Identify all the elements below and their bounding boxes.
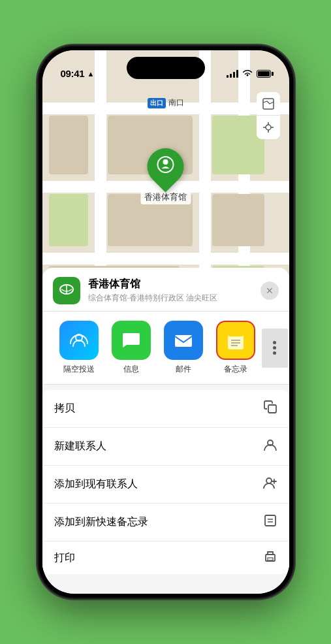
svg-rect-12 (175, 335, 192, 347)
signal-bar-2 (230, 74, 232, 78)
dot (273, 346, 276, 349)
map-block (212, 194, 264, 246)
battery-icon (257, 70, 271, 78)
share-row: 隔空投送 信息 (42, 312, 289, 385)
status-icons (227, 69, 271, 79)
airdrop-label: 隔空投送 (63, 364, 95, 375)
copy-label: 拷贝 (54, 402, 75, 415)
close-icon: ✕ (266, 285, 274, 296)
signal-bar-1 (227, 75, 229, 78)
dots-icon (273, 341, 276, 355)
svg-rect-2 (164, 166, 168, 167)
action-copy[interactable]: 拷贝 (42, 390, 289, 428)
map-type-button[interactable] (257, 92, 280, 116)
map-block (49, 116, 88, 174)
bottom-sheet: 香港体育馆 综合体育馆·香港特别行政区 油尖旺区 ✕ (42, 268, 289, 594)
location-pin: 香港体育馆 (140, 148, 191, 204)
new-contact-label: 新建联系人 (54, 440, 106, 453)
wifi-icon (242, 69, 253, 79)
phone-frame: 09:41 ▲ (39, 46, 293, 598)
quick-note-label: 添加到新快速备忘录 (54, 515, 148, 529)
venue-icon (53, 277, 80, 304)
sheet-subtitle: 综合体育馆·香港特别行政区 油尖旺区 (88, 293, 260, 304)
sheet-title: 香港体育馆 (88, 278, 260, 291)
signal-bar-4 (236, 70, 238, 78)
dot (273, 351, 276, 355)
share-notes[interactable]: 备忘录 (210, 321, 262, 375)
map-controls (257, 92, 280, 139)
nankou-text: 南口 (168, 97, 184, 108)
notes-icon (216, 321, 255, 360)
svg-point-4 (266, 125, 271, 130)
map-nankou-label: 出口 南口 (148, 97, 184, 108)
action-new-contact[interactable]: 新建联系人 (42, 428, 289, 466)
svg-rect-27 (268, 558, 273, 560)
signal-bars (227, 70, 238, 78)
pin-circle (140, 140, 191, 192)
share-messages[interactable]: 信息 (105, 321, 157, 375)
action-add-contact[interactable]: 添加到现有联系人 (42, 466, 289, 504)
action-print[interactable]: 打印 (42, 541, 289, 574)
copy-icon (263, 400, 277, 417)
mail-label: 邮件 (176, 364, 191, 375)
svg-rect-3 (263, 99, 274, 109)
dot (273, 341, 276, 344)
action-list: 拷贝 新建联系人 (42, 390, 289, 574)
share-airdrop[interactable]: 隔空投送 (53, 321, 105, 375)
close-button[interactable]: ✕ (260, 282, 279, 300)
sheet-header: 香港体育馆 综合体育馆·香港特别行政区 油尖旺区 ✕ (42, 268, 289, 312)
nankou-badge: 出口 (148, 98, 166, 108)
notes-label: 备忘录 (224, 364, 247, 375)
person-icon (263, 438, 277, 455)
add-contact-label: 添加到现有联系人 (54, 477, 138, 491)
svg-point-1 (163, 159, 168, 165)
svg-rect-18 (268, 405, 276, 413)
print-icon (263, 549, 277, 567)
svg-rect-23 (265, 515, 276, 526)
dynamic-island (127, 57, 205, 79)
person-add-icon (263, 475, 277, 493)
location-icon: ▲ (87, 70, 94, 78)
sheet-title-area: 香港体育馆 综合体育馆·香港特别行政区 油尖旺区 (88, 278, 260, 304)
pin-icon (157, 155, 175, 178)
airdrop-icon (59, 321, 99, 360)
note-icon (263, 513, 277, 531)
map-block (49, 194, 88, 246)
svg-rect-14 (228, 331, 244, 336)
phone-screen: 09:41 ▲ (42, 50, 289, 594)
location-button[interactable] (257, 116, 280, 139)
signal-bar-3 (233, 72, 235, 78)
mail-icon (164, 321, 203, 360)
map-road (42, 253, 289, 265)
messages-icon (112, 321, 151, 360)
battery-fill (258, 71, 270, 76)
svg-point-20 (266, 478, 272, 483)
more-icon (262, 329, 288, 368)
share-mail[interactable]: 邮件 (157, 321, 210, 375)
action-quick-note[interactable]: 添加到新快速备忘录 (42, 504, 289, 541)
print-label: 打印 (54, 551, 75, 565)
share-more[interactable] (262, 329, 288, 368)
status-time: 09:41 (61, 68, 85, 79)
messages-label: 信息 (123, 364, 139, 375)
